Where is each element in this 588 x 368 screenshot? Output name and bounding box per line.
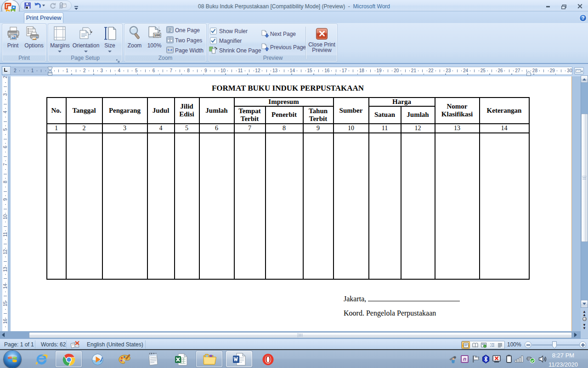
svg-text:100: 100: [154, 33, 160, 37]
